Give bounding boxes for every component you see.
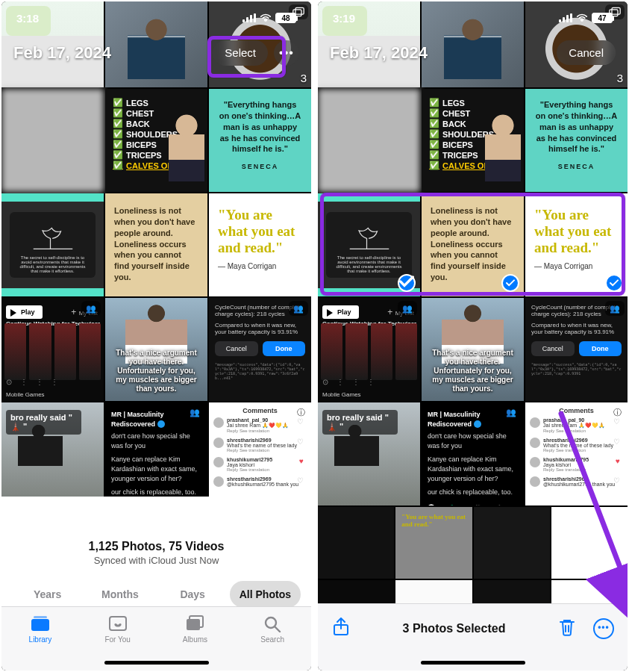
photo-row-3: PlayMy List Continue Watching for Techwi… — [318, 298, 628, 401]
status-bar: 3:19 47 — [318, 1, 628, 34]
photo-row-5: "You are what you eat and read." — [318, 507, 628, 579]
battery-indicator: 48 — [275, 13, 296, 23]
wifi-icon — [575, 12, 589, 25]
svg-rect-3 — [34, 616, 47, 618]
thumb-netflix[interactable]: Play My List Continue Watching for Techw… — [1, 298, 104, 401]
shared-badge-icon: 👥 — [605, 301, 625, 316]
highlight-selected-row — [320, 193, 625, 296]
thumb-mini[interactable] — [551, 507, 628, 579]
thumb-mini[interactable] — [474, 507, 550, 579]
thumb-battery-shortcut[interactable]: CycleCount (number of complete charge cy… — [525, 298, 628, 401]
for-you-icon — [107, 615, 128, 632]
screenshot-library: 3 3:18 48 Feb 17, 2024 Select ••• LEGSCH… — [1, 1, 311, 671]
wifi-icon — [259, 12, 272, 25]
thumb-seneca-quote[interactable]: "Everything hangs on one's thinking…A ma… — [525, 89, 628, 192]
library-icon — [30, 615, 51, 632]
status-time: 3:18 — [16, 12, 39, 25]
status-time: 3:19 — [333, 12, 355, 25]
photo-row-4: bro really said " 🗼 " MR | Masculinity R… — [1, 402, 311, 505]
segment-all-photos[interactable]: All Photos — [230, 581, 301, 608]
svg-rect-5 — [187, 619, 200, 630]
highlight-select-button — [207, 36, 286, 78]
svg-rect-2 — [31, 619, 49, 631]
media-count: 1,125 Photos, 75 Videos — [1, 540, 311, 553]
photo-row-3: Play My List Continue Watching for Techw… — [1, 298, 311, 401]
date-title: Feb 17, 2024 — [13, 43, 111, 63]
thumb-tweet[interactable]: MR | Masculinity Rediscovered don't care… — [422, 402, 524, 505]
albums-icon — [184, 615, 205, 632]
thumb-eat-read-quote[interactable]: "You are what you eat and read."— Maya C… — [209, 193, 311, 296]
thumb-mini[interactable]: "You are what you eat and read." — [395, 507, 472, 579]
search-icon — [262, 615, 283, 632]
photo-row-1: LEGSCHESTBACK SHOULDERSBICEPSTRICEPS CAL… — [1, 89, 311, 192]
thumb-workout-list[interactable]: LEGSCHESTBACKSHOULDERSBICEPSTRICEPSCALVE… — [422, 89, 524, 192]
thumb-netflix[interactable]: PlayMy List Continue Watching for Techwi… — [318, 298, 420, 401]
selection-count: 3 Photos Selected — [403, 622, 506, 635]
thumb-loneliness-quote[interactable]: Loneliness is not when you don't have pe… — [105, 193, 207, 296]
thumb-mini[interactable] — [318, 507, 394, 579]
screenshot-selection: 3 3:19 47 Feb 17, 2024 Cancel LEGSCHESTB… — [318, 1, 628, 671]
thumb-seneca-quote[interactable]: "Everything hangs on one's thinking…A ma… — [209, 89, 311, 192]
tab-search[interactable]: Search — [234, 607, 311, 671]
shared-badge-icon: 👥 — [289, 301, 308, 316]
shared-badge-icon: 👥 — [185, 405, 204, 420]
share-button[interactable] — [331, 617, 351, 640]
tab-library[interactable]: Library — [1, 607, 79, 671]
cancel-button[interactable]: Cancel — [557, 40, 616, 65]
segment-years[interactable]: Years — [12, 581, 83, 608]
shared-badge-icon: 👥 — [398, 301, 417, 316]
segment-days[interactable]: Days — [157, 581, 228, 608]
thumb-ig-comments[interactable]: Commentsⓘ prashant_pal_90Jai shree Ram 🙏… — [209, 402, 311, 505]
trash-button[interactable] — [557, 617, 577, 640]
photo-row-4: bro really said " 🗼 " MR | Masculinity R… — [318, 402, 628, 505]
thumb-tweet[interactable]: MR | Masculinity Rediscovered don't care… — [105, 402, 207, 505]
shared-badge-icon: 👥 — [81, 301, 101, 316]
thumb-muscle-meme[interactable]: That's a nice argument you have there. U… — [422, 298, 524, 401]
cellular-icon — [559, 13, 572, 22]
library-summary: 1,125 Photos, 75 Videos Synced with iClo… — [1, 497, 311, 617]
time-segment: Years Months Days All Photos — [12, 581, 301, 608]
battery-indicator: 47 — [592, 13, 613, 23]
thumb-bonsai-quote[interactable]: The secret to self-discipline is to avoi… — [1, 193, 104, 296]
thumb-bro-meme[interactable]: bro really said " 🗼 " — [1, 402, 104, 505]
photo-row-1: LEGSCHESTBACKSHOULDERSBICEPSTRICEPSCALVE… — [318, 89, 628, 192]
status-bar: 3:18 48 — [1, 1, 311, 34]
home-indicator[interactable] — [104, 661, 209, 665]
thumb-blur[interactable] — [1, 89, 104, 192]
home-indicator[interactable] — [421, 661, 525, 665]
shared-badge-icon: 👥 — [501, 405, 521, 420]
thumb-blur[interactable] — [318, 89, 420, 192]
thumb-bro-meme[interactable]: bro really said " 🗼 " — [318, 402, 420, 505]
photo-row-2: The secret to self-discipline is to avoi… — [1, 193, 311, 296]
svg-rect-4 — [110, 617, 126, 630]
sync-status: Synced with iCloud Just Now — [1, 555, 311, 566]
segment-months[interactable]: Months — [84, 581, 155, 608]
thumb-muscle-meme[interactable]: That's a nice argument you have there. U… — [105, 298, 207, 401]
thumb-workout-list[interactable]: LEGSCHESTBACK SHOULDERSBICEPSTRICEPS CAL… — [105, 89, 207, 192]
date-title: Feb 17, 2024 — [330, 43, 428, 63]
cellular-icon — [242, 13, 256, 22]
more-actions-button[interactable]: ••• — [593, 618, 614, 639]
thumb-battery-shortcut[interactable]: CycleCount (number of complete charge cy… — [209, 298, 311, 401]
svg-point-7 — [266, 617, 276, 628]
thumb-ig-comments[interactable]: Commentsⓘ prashant_pal_90Jai shree Ram 🙏… — [525, 402, 628, 505]
